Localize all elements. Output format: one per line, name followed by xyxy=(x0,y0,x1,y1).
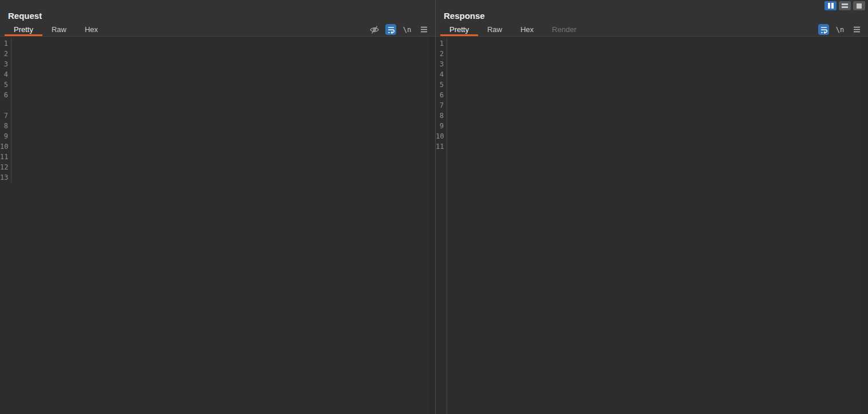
line-number: 8 xyxy=(436,111,447,121)
word-wrap-icon xyxy=(820,25,828,34)
code-line[interactable] xyxy=(0,100,435,111)
code-line[interactable]: 11 xyxy=(436,141,868,152)
code-line[interactable]: 9 xyxy=(436,121,868,131)
code-line[interactable] xyxy=(436,162,868,172)
code-line[interactable]: 6 xyxy=(436,90,868,100)
line-number: 2 xyxy=(436,49,447,59)
code-line[interactable]: 7 xyxy=(436,100,868,111)
code-line[interactable] xyxy=(436,214,868,224)
code-line[interactable] xyxy=(436,193,868,203)
newline-icon: \n xyxy=(836,26,844,34)
code-line[interactable]: 1 xyxy=(0,38,435,49)
line-number xyxy=(436,306,447,317)
code-line[interactable]: 3 xyxy=(436,59,868,69)
response-scrollbar[interactable] xyxy=(862,37,868,414)
single-pane-icon xyxy=(857,3,862,9)
code-line[interactable] xyxy=(436,409,868,414)
response-toolbar: \n xyxy=(818,23,862,36)
line-number: 10 xyxy=(0,141,11,152)
code-line[interactable]: 1 xyxy=(436,38,868,49)
response-tab-raw[interactable]: Raw xyxy=(478,23,511,36)
code-line[interactable]: 8 xyxy=(0,121,435,131)
response-tab-pretty[interactable]: Pretty xyxy=(440,23,478,36)
code-line[interactable] xyxy=(436,172,868,183)
code-line[interactable] xyxy=(436,265,868,275)
line-number xyxy=(436,399,447,409)
line-number xyxy=(436,286,447,296)
layout-columns-button[interactable] xyxy=(824,1,837,10)
code-line[interactable]: 10 xyxy=(0,141,435,152)
code-line[interactable]: 5 xyxy=(436,80,868,90)
code-line[interactable] xyxy=(436,378,868,389)
line-number xyxy=(436,193,447,203)
line-number xyxy=(436,214,447,224)
line-number xyxy=(0,100,11,111)
line-number: 7 xyxy=(436,100,447,111)
response-editor[interactable]: 1234567891011 xyxy=(436,37,868,414)
code-line[interactable] xyxy=(436,275,868,286)
request-tab-hex[interactable]: Hex xyxy=(76,23,107,36)
response-title: Response xyxy=(444,11,485,21)
code-line[interactable]: 4 xyxy=(0,69,435,80)
show-newlines-button[interactable]: \n xyxy=(401,24,413,35)
line-number: 11 xyxy=(0,152,11,162)
line-number: 6 xyxy=(0,90,11,100)
line-number xyxy=(436,317,447,327)
code-line[interactable]: 4 xyxy=(436,69,868,80)
line-number xyxy=(436,224,447,234)
code-line[interactable]: 8 xyxy=(436,111,868,121)
response-menu-button[interactable] xyxy=(851,24,862,35)
code-line[interactable]: 12 xyxy=(0,162,435,172)
code-line[interactable]: 11 xyxy=(0,152,435,162)
code-line[interactable]: 3 xyxy=(0,59,435,69)
response-tab-hex[interactable]: Hex xyxy=(511,23,543,36)
code-line[interactable] xyxy=(436,152,868,162)
code-line[interactable] xyxy=(436,337,868,348)
code-line[interactable] xyxy=(436,368,868,378)
request-tab-raw[interactable]: Raw xyxy=(42,23,76,36)
code-line[interactable] xyxy=(436,327,868,337)
code-line[interactable]: 9 xyxy=(0,131,435,141)
line-number: 6 xyxy=(436,90,447,100)
code-line[interactable]: 6 xyxy=(0,90,435,100)
code-line[interactable]: 2 xyxy=(0,49,435,59)
line-number: 5 xyxy=(436,80,447,90)
code-line[interactable] xyxy=(436,255,868,265)
code-line[interactable]: 13 xyxy=(0,172,435,183)
layout-rows-button[interactable] xyxy=(839,1,851,10)
code-line[interactable] xyxy=(436,389,868,399)
code-line[interactable] xyxy=(436,183,868,193)
code-line[interactable] xyxy=(436,399,868,409)
code-line[interactable] xyxy=(436,348,868,358)
code-line[interactable]: 10 xyxy=(436,131,868,141)
code-line[interactable] xyxy=(436,296,868,306)
code-line[interactable] xyxy=(436,358,868,368)
request-scrollbar[interactable] xyxy=(429,37,435,414)
code-line[interactable] xyxy=(436,317,868,327)
code-line[interactable]: 5 xyxy=(0,80,435,90)
show-newlines-button[interactable]: \n xyxy=(834,24,846,35)
code-line[interactable] xyxy=(436,286,868,296)
code-line[interactable] xyxy=(436,224,868,234)
word-wrap-button[interactable] xyxy=(385,24,396,35)
request-titlebar: Request xyxy=(0,0,435,23)
request-tab-pretty[interactable]: Pretty xyxy=(5,23,42,36)
request-editor[interactable]: 12345678910111213 xyxy=(0,37,435,414)
code-line[interactable] xyxy=(436,306,868,317)
code-line[interactable] xyxy=(436,234,868,245)
word-wrap-button[interactable] xyxy=(818,24,829,35)
code-line[interactable]: 7 xyxy=(0,111,435,121)
line-number: 7 xyxy=(0,111,11,121)
code-line[interactable] xyxy=(436,245,868,255)
line-number xyxy=(436,348,447,358)
line-number: 8 xyxy=(0,121,11,131)
line-number xyxy=(436,203,447,214)
line-number: 12 xyxy=(0,162,11,172)
hide-nonprinting-button[interactable] xyxy=(369,24,380,35)
code-line[interactable] xyxy=(436,203,868,214)
code-line[interactable]: 2 xyxy=(436,49,868,59)
request-menu-button[interactable] xyxy=(418,24,429,35)
layout-single-button[interactable] xyxy=(853,1,865,10)
word-wrap-icon xyxy=(387,25,395,34)
line-number xyxy=(436,389,447,399)
